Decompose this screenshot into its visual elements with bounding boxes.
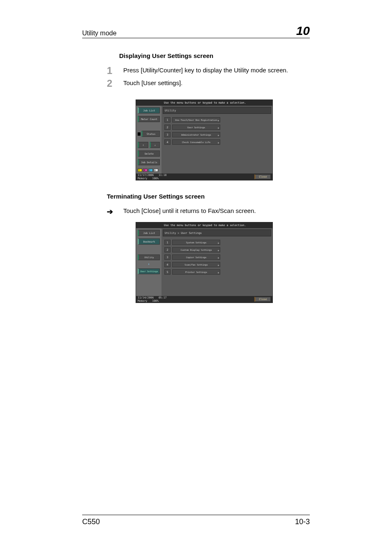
menu-system-settings[interactable]: System Settings	[172, 240, 220, 245]
menu-user-settings[interactable]: User Settings	[172, 125, 220, 130]
menu-num: 5	[164, 269, 171, 275]
menu-num: 2	[164, 247, 171, 252]
toner-levels: Y M C K	[138, 169, 160, 172]
step-2: Touch [User settings].	[107, 79, 310, 92]
scroll-down-button[interactable]: ↓	[150, 142, 160, 148]
toner-k-icon: K	[154, 169, 158, 172]
menu-scanfax-settings[interactable]: Scan/Fax Settings	[172, 262, 220, 267]
menu-copier-settings[interactable]: Copier Settings	[172, 254, 220, 260]
delete-button[interactable]: Delete	[138, 150, 160, 157]
menu-num: 2	[164, 125, 171, 130]
section-heading-terminate: Terminating User Settings screen	[107, 193, 310, 200]
menu-num: 1	[164, 117, 171, 123]
bookmark-button[interactable]: Bookmark	[138, 238, 160, 245]
footer-status: 11/17/2006 11:18 Memory 100%	[138, 173, 166, 180]
breadcrumb: Utility > User Settings	[163, 229, 271, 236]
menu-num: 3	[164, 132, 171, 137]
menu-one-touch[interactable]: One-Touch/User Box Registration	[172, 117, 220, 123]
crumb-user-settings-button[interactable]: User Settings	[138, 268, 160, 274]
menu-list: 1System Settings 2Custom Display Setting…	[163, 237, 271, 296]
menu-num: 3	[164, 254, 171, 260]
instruction-row: ➔ Touch [Close] until it returns to Fax/…	[107, 207, 310, 216]
screenshot-utility: Use the menu buttons or keypad to make a…	[136, 99, 310, 180]
page-header: Utility mode 10	[82, 25, 310, 38]
job-details-button[interactable]: Job Details	[138, 159, 160, 165]
toner-m-icon: M	[143, 169, 148, 172]
toner-c-icon: C	[148, 169, 153, 172]
menu-printer-settings[interactable]: Printer Settings	[172, 269, 220, 275]
chevron-down-icon: ⬇	[138, 263, 160, 266]
footer-status: 11/14/2006 05:17 Memory 100%	[138, 296, 166, 303]
screen-instruction: Use the menu buttons or keypad to make a…	[136, 222, 272, 228]
menu-admin-settings[interactable]: Administrator Settings	[172, 132, 220, 137]
screenshot-user-settings: Use the menu buttons or keypad to make a…	[136, 222, 310, 303]
menu-check-consumable[interactable]: Check Consumable Life	[172, 139, 220, 145]
menu-num: 4	[164, 139, 171, 145]
arrow-icon: ➔	[107, 207, 123, 216]
page-footer: C550 10-3	[82, 515, 310, 526]
instruction-text: Touch [Close] until it returns to Fax/Sc…	[123, 207, 256, 214]
status-indicator: Status	[138, 131, 160, 137]
close-button[interactable]: Close	[254, 297, 271, 302]
menu-num: 4	[164, 262, 171, 267]
menu-num: 1	[164, 240, 171, 245]
menu-list: 1One-Touch/User Box Registration 2User S…	[163, 115, 271, 173]
breadcrumb: Utility	[163, 107, 271, 114]
chapter-number: 10	[296, 25, 310, 37]
menu-custom-display[interactable]: Custom Display Settings	[172, 247, 220, 252]
scroll-up-button[interactable]: ↑	[138, 142, 148, 148]
crumb-utility-button[interactable]: Utility	[138, 254, 160, 260]
job-list-button[interactable]: Job List	[138, 107, 160, 113]
header-title: Utility mode	[82, 30, 117, 37]
step-1: Press [Utility/Counter] key to display t…	[107, 67, 310, 79]
job-list-button[interactable]: Job List	[138, 230, 160, 236]
steps-list: Press [Utility/Counter] key to display t…	[107, 67, 310, 92]
footer-model: C550	[82, 518, 100, 526]
toner-y-icon: Y	[138, 169, 142, 172]
screen-instruction: Use the menu buttons or keypad to make a…	[136, 100, 272, 106]
footer-page: 10-3	[295, 518, 310, 526]
section-heading-display: Displaying User Settings screen	[119, 52, 310, 59]
meter-count-button[interactable]: Meter Count	[138, 116, 160, 122]
close-button[interactable]: Close	[254, 174, 271, 179]
status-button[interactable]: Status	[141, 131, 160, 137]
